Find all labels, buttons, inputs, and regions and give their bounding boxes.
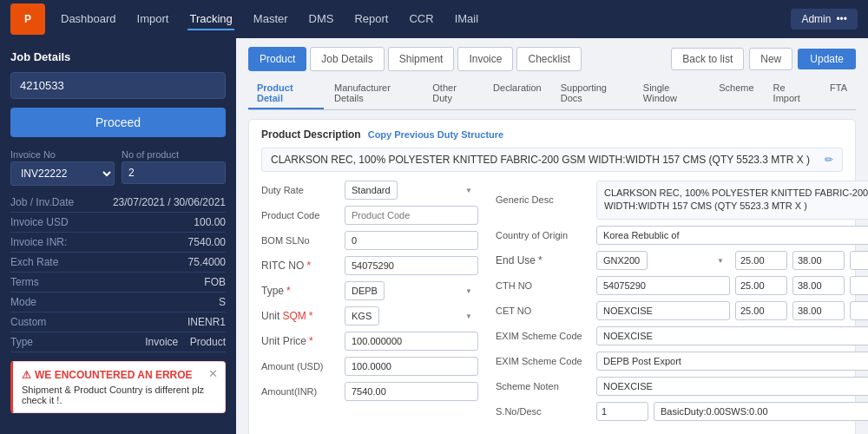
ritc-input[interactable] [345, 256, 478, 275]
scheme-label: Scheme Noten [496, 381, 591, 391]
cth-n3[interactable] [850, 276, 868, 295]
ritc-row: RITC NO * [261, 256, 478, 275]
tab-shipment[interactable]: Shipment [388, 47, 455, 71]
tab-invoice[interactable]: Invoice [457, 47, 513, 71]
nav-dms[interactable]: DMS [307, 9, 336, 30]
unit-select[interactable]: KGS [345, 306, 379, 326]
end-use-n2[interactable] [792, 251, 845, 270]
ritc-label: RITC NO * [261, 260, 339, 272]
invoice-field: Invoice No INV22222 [10, 149, 115, 186]
cth-n2[interactable] [792, 276, 845, 295]
error-title: ⚠ WE ENCOUNTERED AN ERROE [22, 369, 216, 381]
country-select-wrap: Korea Rebublic of [596, 226, 868, 245]
duty-rate-row: Duty Rate Standard [261, 181, 478, 200]
exim1-label: EXIM Scheme Code [496, 331, 591, 341]
error-message: Shipment & Product Country is different … [22, 385, 216, 405]
bom-input[interactable] [345, 231, 478, 250]
amount-inr-input[interactable] [345, 382, 478, 401]
subtab-declaration[interactable]: Declaration [484, 78, 550, 109]
snodesc-val1[interactable] [596, 402, 648, 421]
subtab-fta[interactable]: FTA [821, 78, 856, 109]
subtab-other-duty[interactable]: Other Duty [424, 78, 483, 109]
end-use-label: End Use * [496, 254, 591, 266]
type-label: Type * [261, 285, 339, 297]
close-error-button[interactable]: ✕ [208, 367, 218, 380]
edit-description-icon[interactable]: ✏ [825, 154, 833, 166]
snodesc-val2[interactable] [654, 402, 868, 421]
product-count-field: No of product [122, 149, 226, 186]
end-use-n1[interactable] [735, 251, 787, 270]
nav-links: Dashboard Import Tracking Master DMS Rep… [59, 9, 791, 30]
subtab-scheme[interactable]: Scheme [710, 78, 762, 109]
unit-price-row: Unit Price * [261, 332, 478, 351]
end-use-select-wrap: GNX200 [596, 251, 730, 270]
unit-row: Unit SQM * KGS [261, 306, 478, 326]
back-to-list-button[interactable]: Back to list [671, 48, 744, 70]
update-button[interactable]: Update [798, 49, 856, 69]
duty-rate-select[interactable]: Standard [345, 181, 398, 200]
product-count-input[interactable] [122, 161, 226, 184]
nav-report[interactable]: Report [352, 9, 390, 30]
snodesc-row: S.No/Desc [496, 402, 868, 421]
nav-master[interactable]: Master [252, 9, 290, 30]
tab-checklist[interactable]: Checklist [516, 47, 582, 71]
cet-input[interactable] [596, 301, 730, 320]
sidebar-title: Job Details [10, 50, 226, 63]
tab-product[interactable]: Product [248, 47, 306, 71]
nav-dashboard[interactable]: Dashboard [59, 9, 118, 30]
invoice-select[interactable]: INV22222 [10, 161, 115, 186]
admin-button[interactable]: Admin ••• [791, 9, 858, 30]
cet-n2[interactable] [792, 301, 845, 320]
product-count-label: No of product [122, 149, 226, 160]
product-code-row: Product Code [261, 206, 478, 225]
product-form-card: Product Description Copy Previous Duty S… [248, 119, 856, 434]
end-use-select[interactable]: GNX200 [596, 251, 648, 270]
unit-label: Unit SQM * [261, 310, 339, 322]
exim1-row: EXIM Scheme Code [496, 326, 868, 345]
subtab-manufacturer[interactable]: Manufacturer Details [326, 78, 422, 109]
bom-row: BOM SLNo [261, 231, 478, 250]
unit-price-input[interactable] [345, 332, 478, 351]
sub-tab-bar: Product Detail Manufacturer Details Othe… [248, 78, 856, 110]
exim1-input[interactable] [596, 326, 868, 345]
scheme-input[interactable] [596, 377, 868, 396]
info-row-date: Job / Inv.Date 23/07/2021 / 30/06/2021 [10, 193, 226, 213]
amount-usd-input[interactable] [345, 357, 478, 376]
exim2-input[interactable] [596, 352, 868, 371]
cet-row: CET NO [496, 301, 868, 320]
invoice-row: Invoice No INV22222 No of product [10, 149, 226, 186]
job-number-input[interactable] [10, 72, 226, 99]
end-use-n3[interactable] [850, 251, 868, 270]
cet-n3[interactable] [850, 301, 868, 320]
duty-rate-label: Duty Rate [261, 185, 339, 195]
new-button[interactable]: New [749, 48, 792, 70]
subtab-reimport[interactable]: Re Import [765, 78, 819, 109]
cth-input[interactable] [596, 276, 730, 295]
subtab-supporting[interactable]: Supporting Docs [552, 78, 633, 109]
amount-usd-label: Amount (USD) [261, 361, 339, 372]
nav-imail[interactable]: IMail [453, 9, 480, 30]
copy-duty-link[interactable]: Copy Previous Duty Structure [368, 129, 503, 140]
subtab-single-window[interactable]: Single Window [635, 78, 708, 109]
tab-actions: Back to list New Update [671, 48, 856, 70]
generic-desc-label: Generic Desc [496, 194, 591, 205]
top-nav: P Dashboard Import Tracking Master DMS R… [0, 0, 868, 38]
subtab-product-detail[interactable]: Product Detail [248, 78, 324, 109]
tab-job-details[interactable]: Job Details [310, 47, 384, 71]
cth-n1[interactable] [735, 276, 787, 295]
country-select[interactable]: Korea Rebublic of [596, 226, 868, 245]
nav-tracking[interactable]: Tracking [187, 9, 233, 30]
product-code-label: Product Code [261, 210, 339, 220]
product-code-input[interactable] [345, 206, 478, 225]
amount-inr-label: Amount(INR) [261, 386, 339, 397]
proceed-button[interactable]: Proceed [10, 108, 226, 137]
type-select[interactable]: DEPB [345, 281, 385, 300]
nav-ccr[interactable]: CCR [407, 9, 435, 30]
nav-import[interactable]: Import [135, 9, 171, 30]
cet-n1[interactable] [735, 301, 787, 320]
unit-price-label: Unit Price * [261, 335, 339, 347]
info-row-type: Type Invoice Product [10, 332, 226, 352]
bom-label: BOM SLNo [261, 235, 339, 246]
amount-inr-row: Amount(INR) [261, 382, 478, 401]
info-row-mode: Mode S [10, 293, 226, 312]
